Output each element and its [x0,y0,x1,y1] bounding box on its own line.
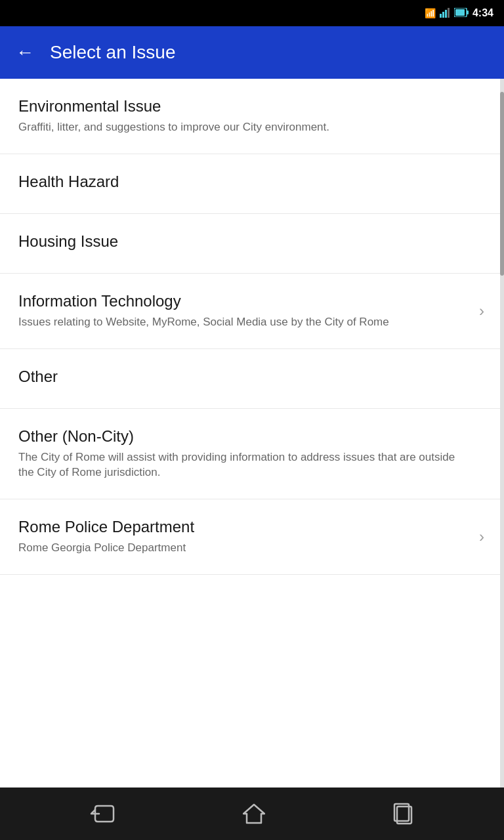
item-title-other-non-city: Other (Non-City) [18,427,461,446]
svg-rect-2 [445,10,447,18]
list-item-other[interactable]: Other [0,349,500,409]
item-title-information-technology: Information Technology [18,292,461,310]
list-item-health-hazard[interactable]: Health Hazard [0,154,500,214]
home-nav-button[interactable] [236,797,272,831]
list-item-environmental-issue[interactable]: Environmental IssueGraffiti, litter, and… [0,79,500,154]
list-item-other-non-city[interactable]: Other (Non-City)The City of Rome will as… [0,409,500,500]
recent-apps-icon [393,803,414,825]
svg-rect-3 [448,8,450,18]
svg-rect-1 [442,12,444,18]
app-bar-title: Select an Issue [50,42,175,63]
back-nav-button[interactable] [83,798,121,830]
scrollbar[interactable] [500,79,504,788]
item-subtitle-information-technology: Issues relating to Website, MyRome, Soci… [18,314,461,330]
item-subtitle-rome-police-department: Rome Georgia Police Department [18,540,461,556]
item-subtitle-other-non-city: The City of Rome will assist with provid… [18,450,461,481]
status-icons: 📶 4:34 [425,7,494,20]
scrollbar-thumb [500,92,504,276]
issue-list: Environmental IssueGraffiti, litter, and… [0,79,500,788]
back-button[interactable]: ← [13,39,37,66]
app-bar: ← Select an Issue [0,26,504,79]
svg-rect-0 [440,14,442,18]
svg-rect-6 [455,9,465,16]
svg-marker-7 [243,805,264,823]
item-subtitle-environmental-issue: Graffiti, litter, and suggestions to imp… [18,119,461,135]
item-title-health-hazard: Health Hazard [18,173,461,191]
list-item-information-technology[interactable]: Information TechnologyIssues relating to… [0,274,500,349]
content-wrapper: Environmental IssueGraffiti, litter, and… [0,79,504,788]
chevron-right-icon: › [479,302,484,320]
item-title-other: Other [18,368,461,386]
item-title-environmental-issue: Environmental Issue [18,97,461,116]
list-item-housing-issue[interactable]: Housing Issue [0,214,500,274]
chevron-right-icon: › [479,528,484,546]
recent-apps-button[interactable] [387,796,421,831]
bottom-nav [0,788,504,840]
list-item-rome-police-department[interactable]: Rome Police DepartmentRome Georgia Polic… [0,499,500,575]
status-bar: 📶 4:34 [0,0,504,26]
svg-rect-5 [467,10,469,14]
signal-icon [440,7,450,20]
item-title-housing-issue: Housing Issue [18,232,461,251]
wifi-icon: 📶 [425,8,436,18]
back-nav-icon [90,805,115,823]
battery-icon [454,8,469,19]
status-time: 4:34 [472,7,494,19]
item-title-rome-police-department: Rome Police Department [18,518,461,536]
home-nav-icon [243,803,265,824]
